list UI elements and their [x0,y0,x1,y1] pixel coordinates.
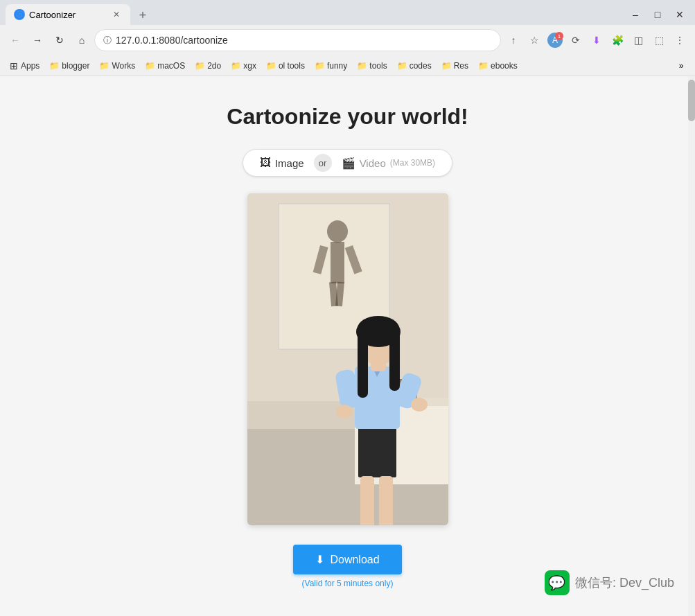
svg-point-19 [336,405,353,419]
cartoon-image [247,193,448,525]
bookmark-label: ol tools [279,61,305,71]
apps-label: Apps [21,61,39,71]
bookmark-button[interactable]: ☆ [525,30,544,50]
folder-icon: 📁 [397,61,407,71]
bookmark-xgx[interactable]: 📁 xgx [227,60,261,72]
share-button[interactable]: ↑ [504,30,523,50]
bookmark-ebooks[interactable]: 📁 ebooks [474,60,522,72]
bookmark-label: codes [410,61,432,71]
window-controls: – □ ✕ [626,5,689,24]
folder-icon: 📁 [478,61,489,71]
tab-favicon: 🌀 [14,9,25,20]
video-option[interactable]: 🎬 Video (Max 30MB) [339,155,438,171]
bookmark-tools[interactable]: 📁 tools [353,60,391,72]
folder-icon: 📁 [99,61,109,71]
tab-title: Cartoonizer [29,10,76,20]
bookmark-funny[interactable]: 📁 funny [310,60,351,72]
media-selector: 🖼 Image or 🎬 Video (Max 30MB) [243,149,452,177]
folder-icon: 📁 [145,61,155,71]
minimize-button[interactable]: – [626,5,645,24]
valid-text: (Valid for 5 minutes only) [302,579,394,588]
bookmark-label: 2do [207,61,221,71]
or-divider: or [314,154,332,172]
active-tab[interactable]: 🌀 Cartoonizer ✕ [6,4,130,25]
video-icon: 🎬 [342,157,355,170]
folder-icon: 📁 [195,61,205,71]
tab-close-button[interactable]: ✕ [111,9,122,20]
bookmark-label: Works [112,61,135,71]
forward-button[interactable]: → [28,30,47,50]
scene-svg [247,193,448,525]
apps-grid-icon: ⊞ [10,60,18,71]
wechat-icon: 💬 [545,570,570,595]
new-tab-button[interactable]: + [133,6,152,25]
svg-rect-27 [360,476,374,525]
maximize-button[interactable]: □ [648,5,667,24]
bookmark-works[interactable]: 📁 Works [95,60,139,72]
bookmark-label: funny [327,61,347,71]
bookmark-label: blogger [62,61,89,71]
close-button[interactable]: ✕ [670,5,689,24]
apps-button[interactable]: ⊞ Apps [6,59,44,73]
or-label: or [319,158,327,168]
scrollbar-thumb[interactable] [688,80,695,121]
image-container [247,193,448,525]
svg-rect-4 [331,242,344,283]
bookmark-label: Res [454,61,468,71]
bookmark-oltools[interactable]: 📁 ol tools [262,60,309,72]
notification-badge: 1 [555,32,563,40]
bookmark-label: xgx [243,61,256,71]
tab-bar: 🌀 Cartoonizer ✕ + [6,4,626,25]
image-label: Image [275,157,304,169]
image-icon: 🖼 [260,157,271,169]
bookmark-res[interactable]: 📁 Res [437,60,473,72]
download-button[interactable]: ⬇ Download [293,545,401,574]
svg-rect-28 [379,476,393,525]
bookmark-macos[interactable]: 📁 macOS [141,60,189,72]
content-area: Cartoonize your world! 🖼 Image or 🎬 Vide… [0,76,695,616]
address-bar[interactable]: ⓘ [94,29,501,51]
folder-icon: 📁 [441,61,452,71]
watermark-text: 微信号: Dev_Club [575,574,674,591]
bookmark-codes[interactable]: 📁 codes [393,60,436,72]
folder-icon: 📁 [315,61,325,71]
max-size-label: (Max 30MB) [390,158,435,168]
history-button[interactable]: ⟳ [566,30,586,50]
extensions-button[interactable]: 🧩 [608,30,627,50]
nav-bar: ← → ↻ ⌂ ⓘ ↑ ☆ A 1 ⟳ ⬇ 🧩 ◫ ⬚ ⋮ [0,25,695,55]
page-title: Cartoonize your world! [227,104,468,130]
svg-point-3 [327,220,348,243]
back-button[interactable]: ← [6,30,25,50]
folder-icon: 📁 [266,61,276,71]
profile-button[interactable]: A 1 [545,30,565,50]
menu-button[interactable]: ⋮ [670,30,689,50]
scrollbar[interactable] [688,76,695,616]
downloads-icon[interactable]: ⬇ [587,30,606,50]
bookmark-label: tools [369,61,387,71]
bookmark-label: macOS [157,61,185,71]
split-view-button[interactable]: ◫ [628,30,648,50]
nav-actions: ↑ ☆ A 1 ⟳ ⬇ 🧩 ◫ ⬚ ⋮ [504,30,689,50]
address-input[interactable] [116,35,492,46]
bookmark-label: ebooks [491,61,518,71]
title-bar: 🌀 Cartoonizer ✕ + – □ ✕ [0,0,695,25]
sidebar-button[interactable]: ⬚ [649,30,669,50]
bookmark-2do[interactable]: 📁 2do [191,60,225,72]
home-button[interactable]: ⌂ [72,30,91,50]
image-option[interactable]: 🖼 Image [257,155,307,170]
refresh-button[interactable]: ↻ [50,30,69,50]
more-bookmarks-button[interactable]: » [673,58,689,74]
folder-icon: 📁 [231,61,241,71]
video-label: Video [360,157,386,169]
svg-point-26 [356,317,401,347]
folder-icon: 📁 [49,61,60,71]
svg-point-20 [411,398,428,412]
download-icon: ⬇ [315,553,324,566]
bookmarks-bar: ⊞ Apps 📁 blogger 📁 Works 📁 macOS 📁 2do 📁… [0,55,695,76]
svg-rect-14 [358,422,396,477]
security-icon: ⓘ [103,35,112,46]
watermark: 💬 微信号: Dev_Club [545,570,674,595]
folder-icon: 📁 [357,61,367,71]
download-label: Download [330,554,379,566]
bookmark-blogger[interactable]: 📁 blogger [45,60,94,72]
